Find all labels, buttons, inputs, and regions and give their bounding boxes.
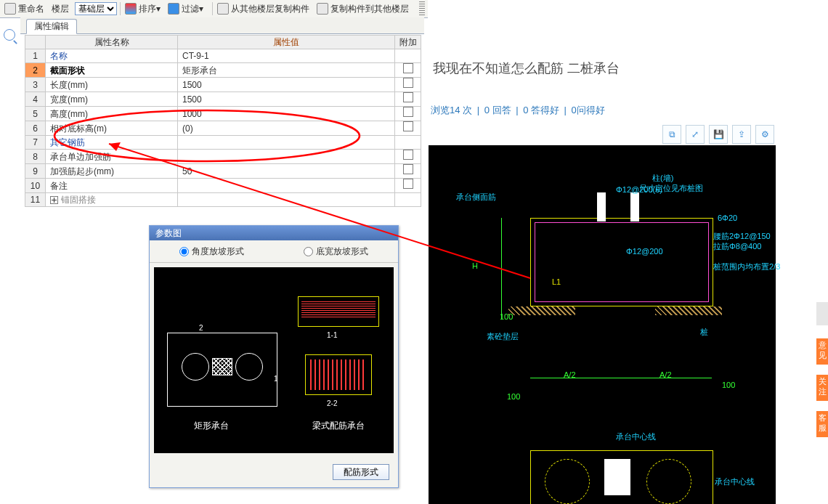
prop-extra[interactable] xyxy=(395,63,421,78)
prop-value[interactable]: 1500 xyxy=(178,78,395,92)
tab-property-edit[interactable]: 属性编辑 xyxy=(26,19,77,34)
section-mark: 1 xyxy=(274,375,278,383)
cap-inner xyxy=(535,222,709,302)
prop-extra[interactable] xyxy=(395,164,421,179)
row-number: 6 xyxy=(25,121,46,136)
section-1-label: 1-1 xyxy=(327,331,337,339)
prop-extra[interactable] xyxy=(395,107,421,121)
checkbox-icon[interactable] xyxy=(403,107,413,117)
question-title: 我现在不知道怎么配筋 二桩承台 xyxy=(433,60,620,77)
prop-extra[interactable] xyxy=(395,92,421,107)
prop-value[interactable]: 1000 xyxy=(178,107,395,121)
plus-icon[interactable] xyxy=(50,196,58,204)
cad-save-button[interactable]: 💾 xyxy=(709,125,728,144)
prop-extra[interactable] xyxy=(395,49,421,63)
dim-L1: L1 xyxy=(552,277,561,286)
right-panel: 我现在不知道怎么配筋 二桩承台 浏览14 次 | 0 回答 | 0 答得好 | … xyxy=(429,0,828,504)
copy-from-button[interactable]: 从其他楼层复制构件 xyxy=(216,1,311,17)
filter-button[interactable]: 过滤▾ xyxy=(166,1,205,17)
radio-angle-slope[interactable]: 角度放坡形式 xyxy=(179,245,244,258)
checkbox-icon[interactable] xyxy=(403,150,413,160)
row-number: 8 xyxy=(25,150,46,164)
separator xyxy=(212,2,213,15)
table-row[interactable]: 5高度(mm)1000 xyxy=(25,107,421,121)
rename-button[interactable]: 重命名 xyxy=(3,1,46,17)
row-number: 3 xyxy=(25,78,46,92)
prop-value[interactable] xyxy=(178,193,395,207)
pile-text: 桩 xyxy=(700,327,708,338)
float-gray[interactable] xyxy=(816,302,828,325)
section-1 xyxy=(298,296,379,327)
sort-label: 排序 xyxy=(139,3,156,15)
radio-angle-input[interactable] xyxy=(179,247,189,256)
rename-label: 重命名 xyxy=(18,3,44,15)
stat-askgood: 0问得好 xyxy=(572,105,605,115)
plan-pile-left xyxy=(545,459,590,504)
radio-width-label: 底宽放坡形式 xyxy=(316,245,368,258)
table-row[interactable]: 11锚固搭接 xyxy=(25,193,421,207)
table-row[interactable]: 6相对底标高(m)(0) xyxy=(25,121,421,136)
prop-value[interactable]: 1500 xyxy=(178,92,395,107)
prop-name: 截面形状 xyxy=(46,63,178,78)
checkbox-icon[interactable] xyxy=(403,92,413,102)
range-label: 桩范围内均布置2/3 xyxy=(713,261,780,272)
prop-extra[interactable] xyxy=(395,121,421,136)
table-row[interactable]: 2截面形状矩形承台 xyxy=(25,63,421,78)
radio-width-slope[interactable]: 底宽放坡形式 xyxy=(304,245,368,258)
prop-value[interactable] xyxy=(178,136,395,150)
checkbox-icon[interactable] xyxy=(403,63,413,73)
checkbox-icon[interactable] xyxy=(403,121,413,131)
prop-extra[interactable] xyxy=(395,78,421,92)
row-number: 9 xyxy=(25,164,46,179)
prop-extra[interactable] xyxy=(395,179,421,193)
table-row[interactable]: 7其它钢筋 xyxy=(25,136,421,150)
table-row[interactable]: 10备注 xyxy=(25,179,421,193)
table-row[interactable]: 8承台单边加强筋 xyxy=(25,150,421,164)
table-row[interactable]: 4宽度(mm)1500 xyxy=(25,92,421,107)
floor-select[interactable]: 基础层 xyxy=(75,2,117,15)
cad-expand-button[interactable]: ⤢ xyxy=(686,125,705,144)
col-name: 属性名称 xyxy=(46,36,178,49)
col-extra: 附加 xyxy=(395,36,421,49)
cad-drawing[interactable]: Φ12@200(6) Φ12@200 柱(墙) 尺寸定位见布桩图 6Φ20 腰筋… xyxy=(429,145,776,504)
prop-value[interactable] xyxy=(178,150,395,164)
prop-value[interactable]: 50 xyxy=(178,164,395,179)
table-row[interactable]: 1名称CT-9-1 xyxy=(25,49,421,63)
stat-views: 浏览14 次 xyxy=(431,105,472,115)
rebar-form-button[interactable]: 配筋形式 xyxy=(333,464,389,480)
cad-share-button[interactable]: ⇪ xyxy=(732,125,751,144)
radio-width-input[interactable] xyxy=(304,247,313,256)
prop-extra[interactable] xyxy=(395,136,421,150)
floor-button[interactable]: 楼层 xyxy=(50,1,70,17)
pile-circle xyxy=(182,353,209,381)
sort-button[interactable]: 排序▾ xyxy=(123,1,162,17)
prop-value[interactable] xyxy=(178,179,395,193)
row-number: 1 xyxy=(25,49,46,63)
row-number: 11 xyxy=(25,193,46,207)
cad-copy-button[interactable]: ⧉ xyxy=(662,125,681,144)
copy-to-button[interactable]: 复制构件到其他楼层 xyxy=(315,1,410,17)
float-feedback[interactable]: 意见 xyxy=(816,338,828,365)
float-service[interactable]: 客服 xyxy=(816,411,828,437)
prop-value[interactable]: CT-9-1 xyxy=(178,49,395,63)
prop-extra[interactable] xyxy=(395,150,421,164)
prop-name: 锚固搭接 xyxy=(46,193,178,207)
filter-label: 过滤 xyxy=(182,3,199,15)
slope-mode-group: 角度放坡形式 底宽放坡形式 xyxy=(150,240,398,263)
pile-label: 柱(墙) xyxy=(652,173,673,184)
prop-name: 相对底标高(m) xyxy=(46,121,178,136)
checkbox-icon[interactable] xyxy=(403,164,413,174)
table-row[interactable]: 9加强筋起步(mm)50 xyxy=(25,164,421,179)
search-icon[interactable] xyxy=(4,29,15,41)
chevron-down-icon: ▾ xyxy=(156,4,161,14)
checkbox-icon[interactable] xyxy=(403,179,413,189)
cad-settings-button[interactable]: ⚙ xyxy=(755,125,774,144)
sort-icon xyxy=(125,3,137,15)
prop-extra[interactable] xyxy=(395,193,421,207)
prop-value[interactable]: (0) xyxy=(178,121,395,136)
prop-value[interactable]: 矩形承台 xyxy=(178,63,395,78)
float-follow[interactable]: 关注 xyxy=(816,375,828,401)
checkbox-icon[interactable] xyxy=(403,78,413,88)
table-row[interactable]: 3长度(mm)1500 xyxy=(25,78,421,92)
pile-circle xyxy=(235,353,263,381)
